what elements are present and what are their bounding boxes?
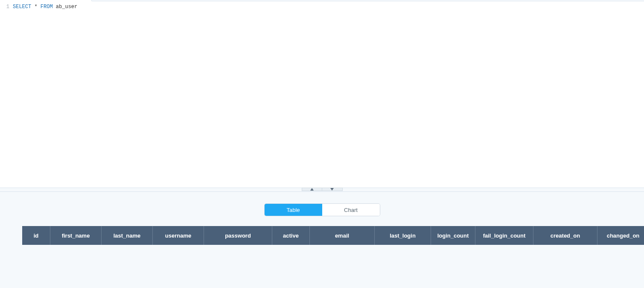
editor-line: 1 SELECT * FROM ab_user	[0, 1, 644, 11]
collapse-up-button[interactable]	[302, 188, 322, 191]
caret-down-icon	[330, 188, 334, 191]
column-header-last-name[interactable]: last_name	[102, 226, 153, 245]
tab-table[interactable]: Table	[265, 204, 322, 216]
column-header-username[interactable]: username	[153, 226, 204, 245]
results-table-header: id first_name last_name username passwor…	[22, 226, 644, 245]
sql-editor[interactable]: 1 SELECT * FROM ab_user	[0, 1, 644, 188]
results-table-wrap: id first_name last_name username passwor…	[0, 226, 644, 245]
results-panel: Table Chart id first_name last_name user…	[0, 192, 644, 288]
column-header-fail-login-count[interactable]: fail_login_count	[475, 226, 533, 245]
view-toggle: Table Chart	[0, 192, 644, 226]
pane-divider[interactable]	[0, 188, 644, 192]
column-header-password[interactable]: password	[204, 226, 272, 245]
identifier-table: ab_user	[56, 4, 77, 10]
column-header-id[interactable]: id	[22, 226, 50, 245]
caret-up-icon	[310, 188, 314, 191]
divider-handles	[302, 188, 343, 191]
column-header-first-name[interactable]: first_name	[50, 226, 102, 245]
sql-code[interactable]: SELECT * FROM ab_user	[13, 1, 77, 11]
column-header-login-count[interactable]: login_count	[431, 226, 475, 245]
column-header-active[interactable]: active	[272, 226, 310, 245]
operator-star: *	[34, 4, 37, 10]
column-header-changed-on[interactable]: changed_on	[597, 226, 644, 245]
keyword-from: FROM	[41, 4, 53, 10]
app-root: 1 SELECT * FROM ab_user Table Chart id f…	[0, 0, 644, 288]
keyword-select: SELECT	[13, 4, 31, 10]
segmented-control: Table Chart	[265, 204, 380, 216]
collapse-down-button[interactable]	[322, 188, 343, 191]
line-number: 1	[0, 1, 13, 11]
tab-chart[interactable]: Chart	[322, 204, 380, 216]
column-header-created-on[interactable]: created_on	[533, 226, 597, 245]
column-header-last-login[interactable]: last_login	[375, 226, 431, 245]
column-header-email[interactable]: email	[310, 226, 375, 245]
